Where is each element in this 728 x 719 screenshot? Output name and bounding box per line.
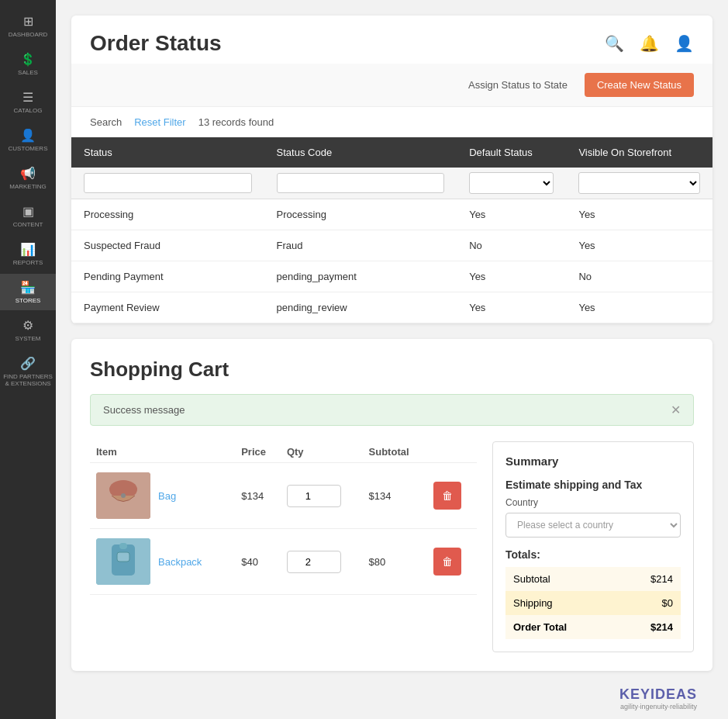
backpack-delete-cell: 🗑 xyxy=(427,529,477,595)
success-message: Success message ✕ xyxy=(90,394,694,426)
cell-default: Yes xyxy=(457,292,566,323)
item-cell: Backpack xyxy=(90,529,235,595)
summary-title: Summary xyxy=(505,455,681,468)
success-text: Success message xyxy=(103,404,185,416)
reset-filter-link[interactable]: Reset Filter xyxy=(134,116,185,128)
table-row: Processing Processing Yes Yes xyxy=(71,199,712,230)
bag-delete-button[interactable]: 🗑 xyxy=(433,482,461,510)
order-total-row: Order Total $214 xyxy=(505,615,681,639)
cart-table: Item Price Qty Subtotal xyxy=(90,441,477,595)
backpack-price: $40 xyxy=(235,529,281,595)
cell-status: Suspected Fraud xyxy=(71,230,264,261)
content-icon: ▣ xyxy=(22,204,34,219)
subtotal-label: Subtotal xyxy=(505,567,619,591)
header-icons: 🔍 🔔 👤 xyxy=(605,34,694,53)
cell-default: Yes xyxy=(457,261,566,292)
bag-image xyxy=(96,472,150,519)
col-default-status: Default Status xyxy=(457,137,566,168)
bag-link[interactable]: Bag xyxy=(158,490,176,502)
catalog-icon: ☰ xyxy=(22,90,33,105)
default-filter-select[interactable]: YesNo xyxy=(469,172,554,194)
totals-table: Subtotal $214 Shipping $0 Order Total $2… xyxy=(505,567,681,639)
sidebar-item-content[interactable]: ▣ CONTENT xyxy=(0,198,56,234)
sidebar-item-partners[interactable]: 🔗 FIND PARTNERS & EXTENSIONS xyxy=(0,350,56,393)
sidebar-item-stores[interactable]: 🏪 STORES xyxy=(0,274,56,310)
backpack-subtotal: $80 xyxy=(363,529,428,595)
sidebar-item-system[interactable]: ⚙ SYSTEM xyxy=(0,312,56,348)
code-filter-input[interactable] xyxy=(277,173,445,193)
create-new-status-button[interactable]: Create New Status xyxy=(585,73,694,97)
records-count: 13 records found xyxy=(198,116,274,128)
notification-icon[interactable]: 🔔 xyxy=(640,34,659,53)
action-bar: Assign Status to State Create New Status xyxy=(71,64,712,107)
shipping-label: Shipping xyxy=(505,591,619,615)
sidebar-item-catalog[interactable]: ☰ CATALOG xyxy=(0,84,56,120)
marketing-icon: 📢 xyxy=(20,166,36,181)
table-row: Payment Review pending_review Yes Yes xyxy=(71,292,712,323)
cell-visible: No xyxy=(566,261,712,292)
visible-filter-select[interactable]: YesNo xyxy=(578,172,700,194)
sidebar-label-stores: STORES xyxy=(16,297,41,304)
table-row: Pending Payment pending_payment Yes No xyxy=(71,261,712,292)
order-total-label: Order Total xyxy=(505,615,619,639)
bag-delete-cell: 🗑 xyxy=(427,463,477,529)
keyideas-tagline: agility·ingenuity·reliability xyxy=(71,703,697,710)
svg-rect-6 xyxy=(119,543,127,549)
col-status: Status xyxy=(71,137,264,168)
sidebar-label-system: SYSTEM xyxy=(16,335,41,342)
sales-icon: 💲 xyxy=(20,52,36,67)
reports-icon: 📊 xyxy=(20,242,36,257)
backpack-delete-button[interactable]: 🗑 xyxy=(433,548,461,576)
stores-icon: 🏪 xyxy=(20,280,36,295)
assign-status-button[interactable]: Assign Status to State xyxy=(461,74,575,95)
sidebar-item-reports[interactable]: 📊 REPORTS xyxy=(0,236,56,272)
backpack-link[interactable]: Backpack xyxy=(158,556,202,568)
cell-visible: Yes xyxy=(566,199,712,230)
status-filter-input[interactable] xyxy=(84,173,252,193)
col-subtotal: Subtotal xyxy=(363,441,428,463)
estimate-title: Estimate shipping and Tax xyxy=(505,479,681,491)
shipping-row: Shipping $0 xyxy=(505,591,681,615)
backpack-image xyxy=(96,538,150,585)
sidebar-item-marketing[interactable]: 📢 MARKETING xyxy=(0,160,56,196)
country-select[interactable]: Please select a country xyxy=(505,513,681,538)
subtotal-row: Subtotal $214 xyxy=(505,567,681,591)
shopping-cart-panel: Shopping Cart Success message ✕ Item Pri… xyxy=(71,339,712,671)
svg-point-2 xyxy=(121,493,126,498)
svg-rect-5 xyxy=(117,552,129,562)
sidebar: ⊞ DASHBOARD 💲 SALES ☰ CATALOG 👤 CUSTOMER… xyxy=(0,0,56,719)
cell-default: No xyxy=(457,230,566,261)
sidebar-item-customers[interactable]: 👤 CUSTOMERS xyxy=(0,122,56,158)
col-status-code: Status Code xyxy=(264,137,457,168)
country-label: Country xyxy=(505,497,681,508)
cell-code: pending_payment xyxy=(264,261,457,292)
order-total-value: $214 xyxy=(619,615,681,639)
order-status-table: Status Status Code Default Status Visibl… xyxy=(71,137,712,323)
shipping-value: $0 xyxy=(619,591,681,615)
search-link[interactable]: Search xyxy=(90,116,122,128)
sidebar-label-sales: SALES xyxy=(18,69,38,76)
sidebar-item-dashboard[interactable]: ⊞ DASHBOARD xyxy=(0,8,56,44)
cell-default: Yes xyxy=(457,199,566,230)
bag-qty-input[interactable] xyxy=(287,485,341,507)
search-icon[interactable]: 🔍 xyxy=(605,34,624,53)
col-actions xyxy=(427,441,477,463)
close-success-button[interactable]: ✕ xyxy=(671,403,681,417)
sidebar-item-sales[interactable]: 💲 SALES xyxy=(0,46,56,82)
filter-row: YesNo YesNo xyxy=(71,168,712,199)
cell-status: Pending Payment xyxy=(71,261,264,292)
page-title: Order Status xyxy=(90,31,222,56)
keyideas-logo: KEYIDEAS xyxy=(71,686,697,703)
partners-icon: 🔗 xyxy=(20,356,36,371)
sidebar-label-content: CONTENT xyxy=(13,221,43,228)
bag-price: $134 xyxy=(235,463,281,529)
user-icon[interactable]: 👤 xyxy=(675,34,694,53)
sidebar-label-marketing: MARKETING xyxy=(9,183,47,190)
backpack-qty-input[interactable] xyxy=(287,551,341,573)
cell-visible: Yes xyxy=(566,292,712,323)
cart-title: Shopping Cart xyxy=(90,358,694,382)
cell-status: Processing xyxy=(71,199,264,230)
col-visible: Visible On Storefront xyxy=(566,137,712,168)
search-bar: Search Reset Filter 13 records found xyxy=(71,107,712,137)
cell-code: pending_review xyxy=(264,292,457,323)
